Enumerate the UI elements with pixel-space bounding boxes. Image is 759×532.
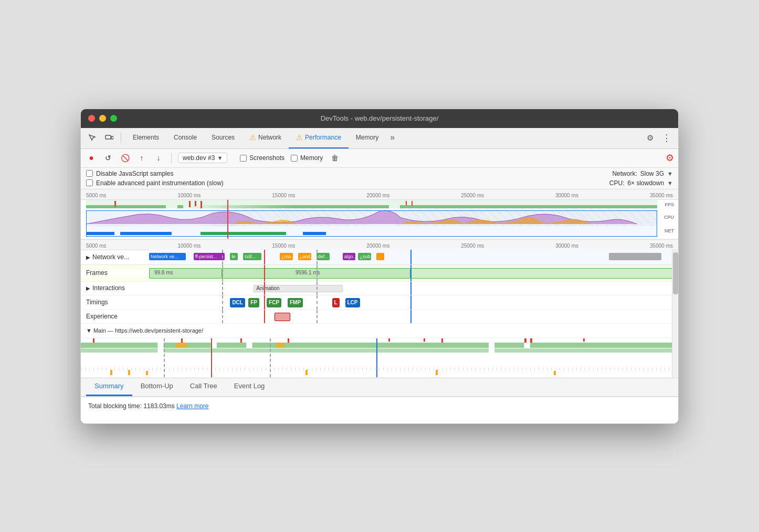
more-options-icon[interactable]: ⋮: [659, 131, 674, 145]
action-bar: ● ↺ 🚫 ↑ ↓ web.dev #3 ▼ Screenshots Memor…: [81, 149, 678, 168]
network-option-row: Network: Slow 3G ▼: [612, 170, 673, 177]
close-button[interactable]: [88, 115, 95, 122]
options-right: Network: Slow 3G ▼ CPU: 6× slowdown ▼: [609, 170, 673, 187]
svg-rect-11: [175, 343, 187, 348]
frames-label: Frames: [81, 269, 149, 276]
screenshots-checkbox[interactable]: Screenshots: [240, 154, 284, 162]
bottom-content-area: Total blocking time: 1183.03ms Learn mor…: [81, 397, 678, 423]
session-dropdown-arrow: ▼: [217, 155, 223, 161]
interactions-label[interactable]: ▶ Interactions: [81, 284, 149, 292]
session-selector[interactable]: web.dev #3 ▼: [178, 153, 227, 163]
learn-more-link[interactable]: Learn more: [176, 402, 208, 410]
exp-block[interactable]: [275, 313, 290, 321]
fps-cpu-net-area[interactable]: FPS CPU NET: [81, 200, 678, 239]
l-badge[interactable]: L: [332, 298, 340, 307]
fps-track: [86, 200, 657, 208]
network-item-4[interactable]: ¿ma...: [280, 253, 293, 260]
dcl-badge[interactable]: DCL: [230, 298, 245, 307]
screenshots-memory-bar: Screenshots Memory 🗑: [240, 153, 341, 163]
tab-performance[interactable]: ⚠ Performance: [289, 127, 349, 148]
interactions-track: ▶ Interactions Animation: [81, 282, 672, 295]
minimize-button[interactable]: [99, 115, 106, 122]
tab-more[interactable]: »: [386, 127, 399, 148]
network-item-5[interactable]: ¿and...: [298, 253, 311, 260]
detail-ruler-labels: 5000 ms 10000 ms 15000 ms 20000 ms 25000…: [81, 243, 678, 249]
ruler-label-0: 5000 ms: [86, 193, 106, 198]
tab-call-tree[interactable]: Call Tree: [182, 377, 226, 396]
network-track-label[interactable]: ▶ Network ve...: [81, 253, 149, 261]
frames-content: 99.8 ms 9596.1 ms: [149, 265, 672, 281]
timings-label: Timings: [81, 299, 149, 306]
download-button[interactable]: ↓: [152, 152, 165, 164]
overview-ruler: 5000 ms 10000 ms 15000 ms 20000 ms 25000…: [81, 189, 678, 200]
network-item-1[interactable]: ff-persist...: [194, 253, 225, 260]
net-label: NET: [665, 228, 674, 233]
lcp-badge[interactable]: LCP: [345, 298, 360, 307]
svg-rect-1: [111, 136, 113, 139]
network-value: Slow 3G: [640, 170, 664, 177]
device-toggle-icon[interactable]: [102, 131, 117, 145]
main-toolbar: Elements Console Sources ⚠ Network ⚠ Per…: [81, 128, 678, 149]
cpu-dropdown-arrow[interactable]: ▼: [667, 180, 673, 186]
blue-line: [410, 250, 412, 264]
flame-chart: [81, 338, 672, 378]
svg-rect-6: [494, 343, 524, 348]
performance-settings-icon[interactable]: ⚙: [666, 152, 674, 164]
fmp-badge[interactable]: FMP: [288, 298, 303, 307]
svg-rect-12: [276, 343, 285, 348]
clear-button[interactable]: 🚫: [119, 152, 131, 164]
network-dropdown-arrow[interactable]: ▼: [667, 171, 673, 177]
enable-paint-checkbox[interactable]: [86, 179, 93, 186]
tab-network[interactable]: ⚠ Network: [242, 127, 289, 148]
network-item-2[interactable]: le: [230, 253, 238, 260]
network-item-gray[interactable]: [609, 253, 661, 260]
ruler-labels: 5000 ms 10000 ms 15000 ms 20000 ms 25000…: [81, 193, 678, 198]
network-item-8[interactable]: ¿sub...: [358, 253, 371, 260]
network-item-0[interactable]: Network ve...: [149, 253, 186, 260]
settings-icon[interactable]: ⚙: [642, 131, 657, 145]
network-track-content: Network ve... ff-persist... le coll... ¿…: [149, 250, 672, 264]
reload-button[interactable]: ↺: [102, 152, 114, 164]
fp-badge[interactable]: FP: [248, 298, 259, 307]
time-marker[interactable]: [227, 200, 228, 239]
vertical-scrollbar[interactable]: [672, 250, 678, 378]
network-warning-icon: ⚠: [249, 133, 256, 142]
dashed-line-2: [317, 250, 318, 264]
fcp-badge[interactable]: FCP: [267, 298, 281, 307]
cpu-track: [86, 208, 657, 226]
track-area-main: ▶ Network ve... Network ve... ff-persist…: [81, 250, 672, 378]
frame-label-1: 99.8 ms: [154, 270, 173, 275]
options-left: Disable JavaScript samples Enable advanc…: [86, 170, 224, 187]
memory-checkbox[interactable]: Memory: [291, 154, 323, 162]
performance-warning-icon: ⚠: [296, 133, 303, 142]
record-button[interactable]: ●: [85, 152, 98, 164]
tab-console[interactable]: Console: [166, 127, 204, 148]
cpu-value: 6× slowdown: [627, 179, 664, 187]
timings-content: DCL FP FCP FMP L LCP: [149, 295, 672, 310]
network-item-6[interactable]: def...: [317, 253, 330, 260]
tab-list: Elements Console Sources ⚠ Network ⚠ Per…: [125, 127, 640, 148]
tab-elements[interactable]: Elements: [125, 127, 166, 148]
inspect-icon[interactable]: [85, 131, 100, 145]
interaction-animation[interactable]: Animation: [254, 285, 342, 292]
network-item-9[interactable]: ..: [376, 253, 384, 260]
svg-rect-5: [252, 343, 489, 348]
network-item-3[interactable]: coll...: [243, 253, 261, 260]
tab-memory[interactable]: Memory: [349, 127, 386, 148]
upload-button[interactable]: ↑: [135, 152, 148, 164]
tab-summary[interactable]: Summary: [86, 377, 132, 396]
scrollbar-thumb[interactable]: [673, 252, 678, 294]
network-item-7[interactable]: algo...: [343, 253, 356, 260]
experience-label: Experience: [81, 313, 149, 320]
maximize-button[interactable]: [110, 115, 117, 122]
options-bar: Disable JavaScript samples Enable advanc…: [81, 168, 678, 189]
tab-event-log[interactable]: Event Log: [226, 377, 273, 396]
bottom-tabs-bar: Summary Bottom-Up Call Tree Event Log: [81, 378, 678, 397]
tab-sources[interactable]: Sources: [204, 127, 242, 148]
interactions-content: Animation: [149, 282, 672, 295]
tab-bottom-up[interactable]: Bottom-Up: [132, 377, 182, 396]
disable-js-checkbox[interactable]: [86, 170, 93, 177]
divider: [121, 133, 121, 143]
svg-rect-4: [217, 343, 246, 348]
trash-icon[interactable]: 🗑: [329, 153, 341, 163]
